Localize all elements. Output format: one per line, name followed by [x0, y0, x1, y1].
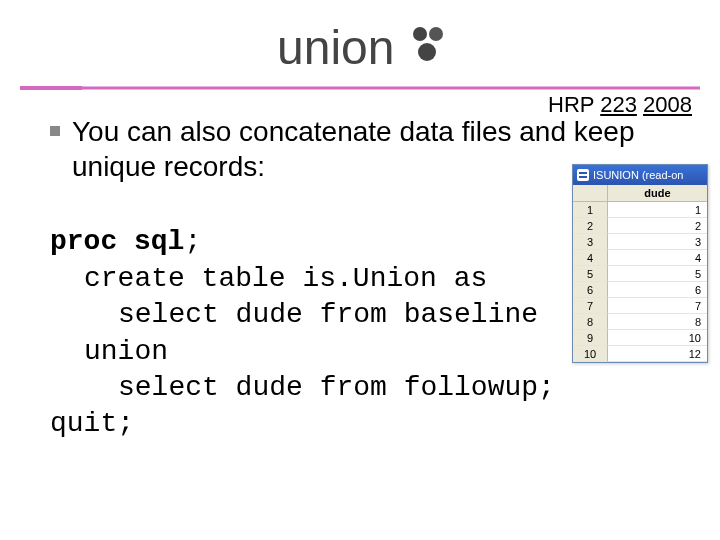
table-row: 44	[573, 250, 707, 266]
slide-title: union	[277, 20, 394, 75]
row-val: 6	[608, 282, 707, 298]
table-row: 33	[573, 234, 707, 250]
row-num: 8	[573, 314, 608, 330]
data-grid: dude 11 22 33 44 55 66 77 88 910 1012	[573, 185, 707, 362]
title-area: union	[0, 20, 720, 75]
code-line-3: select dude from baseline	[50, 299, 538, 330]
table-row: 910	[573, 330, 707, 346]
table-row: 11	[573, 202, 707, 218]
table-row: 77	[573, 298, 707, 314]
window-title: ISUNION (read-on	[593, 169, 683, 181]
row-num: 5	[573, 266, 608, 282]
row-num: 9	[573, 330, 608, 346]
code-line-4: union	[50, 336, 168, 367]
row-val: 5	[608, 266, 707, 282]
row-val: 1	[608, 202, 707, 218]
dataset-icon	[577, 169, 589, 181]
table-row: 22	[573, 218, 707, 234]
code-line-5: select dude from followup;	[50, 372, 555, 403]
grid-corner	[573, 185, 608, 201]
window-titlebar: ISUNION (read-on	[573, 165, 707, 185]
row-val: 4	[608, 250, 707, 266]
row-num: 2	[573, 218, 608, 234]
grid-col-header: dude	[608, 185, 707, 201]
row-num: 4	[573, 250, 608, 266]
row-num: 10	[573, 346, 608, 362]
data-table-window: ISUNION (read-on dude 11 22 33 44 55 66 …	[572, 164, 708, 363]
row-num: 1	[573, 202, 608, 218]
slide: union HRP 223 2008 You can also concaten…	[0, 0, 720, 540]
row-num: 3	[573, 234, 608, 250]
table-row: 88	[573, 314, 707, 330]
row-num: 6	[573, 282, 608, 298]
grid-header: dude	[573, 185, 707, 202]
row-val: 10	[608, 330, 707, 346]
code-line-6: quit;	[50, 408, 134, 439]
table-row: 55	[573, 266, 707, 282]
row-val: 8	[608, 314, 707, 330]
row-val: 12	[608, 346, 707, 362]
row-val: 2	[608, 218, 707, 234]
code-line-2: create table is.Union as	[50, 263, 487, 294]
row-val: 3	[608, 234, 707, 250]
row-num: 7	[573, 298, 608, 314]
venn-dots-icon	[409, 25, 443, 71]
code-line-1b: ;	[184, 226, 201, 257]
bullet-marker-icon	[50, 126, 60, 136]
title-underline	[20, 86, 700, 90]
code-line-1a: proc sql	[50, 226, 184, 257]
row-val: 7	[608, 298, 707, 314]
table-row: 1012	[573, 346, 707, 362]
table-row: 66	[573, 282, 707, 298]
